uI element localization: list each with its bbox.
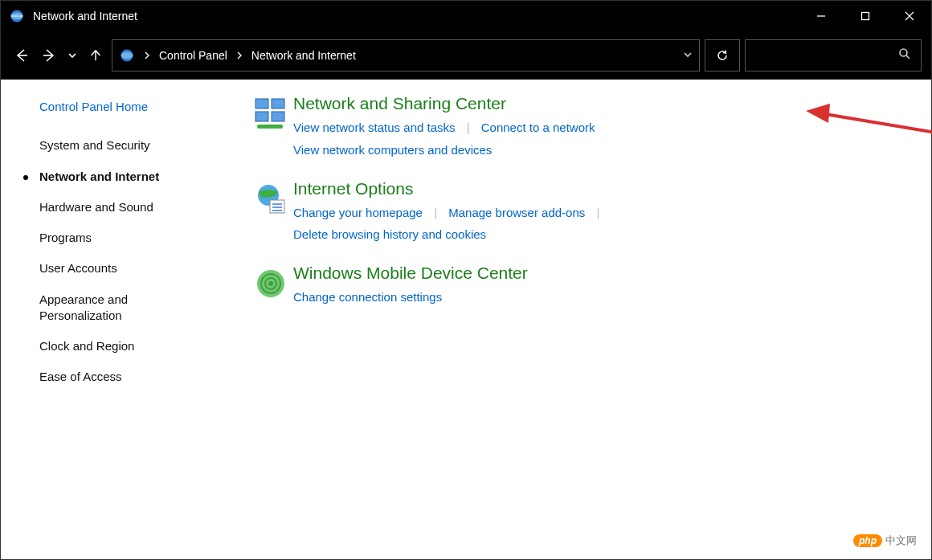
window: Network and Internet (0, 0, 932, 560)
link-connect-network[interactable]: Connect to a network (481, 121, 595, 134)
section-network-sharing: Network and Sharing Center View network … (248, 94, 907, 161)
sidebar-item-hardware-sound[interactable]: Hardware and Sound (39, 199, 226, 215)
separator: | (434, 206, 437, 219)
sidebar: Control Panel Home System and Security N… (1, 80, 242, 559)
section-title[interactable]: Windows Mobile Device Center (293, 264, 907, 283)
watermark-badge: php (853, 534, 882, 547)
sidebar-item-network-internet[interactable]: Network and Internet (39, 169, 226, 185)
chevron-right-icon[interactable] (235, 51, 243, 59)
svg-rect-14 (255, 112, 268, 121)
breadcrumb-current[interactable]: Network and Internet (251, 49, 356, 62)
sidebar-item-appearance[interactable]: Appearance and Personalization (39, 292, 184, 325)
link-change-homepage[interactable]: Change your homepage (293, 206, 423, 219)
section-title[interactable]: Internet Options (293, 179, 907, 198)
svg-rect-12 (255, 99, 268, 108)
section-title[interactable]: Network and Sharing Center (293, 94, 907, 113)
link-change-connection[interactable]: Change connection settings (293, 290, 442, 304)
address-bar[interactable]: Control Panel Network and Internet (112, 39, 700, 72)
link-view-status[interactable]: View network status and tasks (293, 121, 456, 134)
control-panel-icon (9, 8, 25, 24)
back-button[interactable] (10, 39, 33, 72)
svg-point-9 (121, 52, 133, 59)
svg-rect-3 (861, 13, 869, 20)
mobile-device-icon (248, 264, 293, 309)
sidebar-item-ease-of-access[interactable]: Ease of Access (39, 369, 226, 385)
svg-point-10 (900, 49, 907, 56)
separator: | (596, 206, 599, 219)
recent-locations-button[interactable] (65, 39, 80, 72)
svg-rect-13 (272, 99, 284, 108)
watermark: php 中文网 (853, 533, 917, 548)
chevron-right-icon[interactable] (143, 51, 151, 59)
section-mobile-device: Windows Mobile Device Center Change conn… (248, 264, 907, 309)
sidebar-item-clock-region[interactable]: Clock and Region (39, 338, 226, 354)
navbar: Control Panel Network and Internet (1, 31, 931, 80)
forward-button[interactable] (38, 39, 60, 72)
breadcrumb-root[interactable]: Control Panel (159, 49, 227, 62)
body: Control Panel Home System and Security N… (1, 80, 931, 559)
svg-rect-16 (257, 125, 283, 129)
separator: | (467, 121, 470, 134)
link-manage-addons[interactable]: Manage browser add-ons (448, 206, 585, 219)
svg-rect-15 (272, 112, 284, 121)
svg-point-25 (268, 281, 273, 286)
up-button[interactable] (84, 39, 107, 72)
link-delete-history[interactable]: Delete browsing history and cookies (293, 227, 486, 241)
sidebar-item-user-accounts[interactable]: User Accounts (39, 260, 226, 276)
titlebar: Network and Internet (1, 1, 931, 31)
internet-options-icon (248, 179, 293, 247)
control-panel-icon (119, 47, 135, 63)
chevron-down-icon[interactable] (683, 48, 693, 63)
watermark-text: 中文网 (885, 533, 917, 548)
minimize-button[interactable] (799, 1, 843, 31)
search-icon (898, 47, 911, 63)
sidebar-item-system-security[interactable]: System and Security (39, 137, 226, 153)
sidebar-home-link[interactable]: Control Panel Home (39, 99, 226, 115)
window-title: Network and Internet (33, 10, 137, 22)
search-box[interactable] (745, 39, 922, 72)
network-sharing-icon (248, 94, 293, 161)
svg-line-11 (906, 55, 910, 59)
section-internet-options: Internet Options Change your homepage | … (248, 179, 907, 247)
close-button[interactable] (887, 1, 931, 31)
link-view-computers[interactable]: View network computers and devices (293, 143, 492, 157)
main-content: Network and Sharing Center View network … (242, 80, 931, 559)
refresh-button[interactable] (705, 39, 740, 72)
sidebar-item-programs[interactable]: Programs (39, 230, 226, 246)
maximize-button[interactable] (843, 1, 887, 31)
